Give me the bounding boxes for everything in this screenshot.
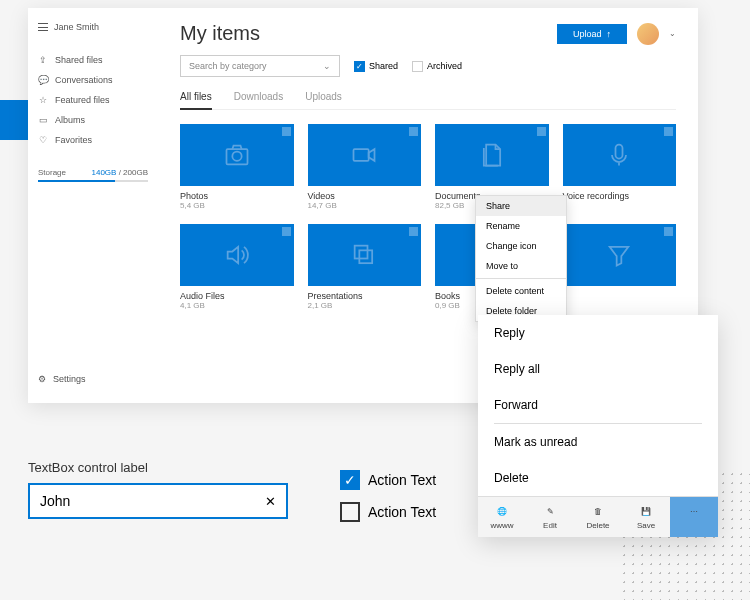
action-checkboxes: ✓Action TextAction Text: [340, 470, 436, 534]
tile-videos[interactable]: Videos14,7 GB: [308, 124, 422, 210]
hamburger-icon[interactable]: [38, 23, 48, 31]
shared-checkbox[interactable]: ✓ Shared: [354, 61, 398, 72]
tab-all-files[interactable]: All files: [180, 91, 212, 110]
toolbar-more-button[interactable]: ⋯: [670, 497, 718, 537]
svg-rect-4: [355, 246, 368, 259]
chevron-down-icon[interactable]: ⌄: [669, 29, 676, 38]
action-checkbox[interactable]: ✓Action Text: [340, 470, 436, 490]
sidebar-item-conversations[interactable]: 💬Conversations: [38, 70, 148, 90]
globe-icon: 🌐: [481, 504, 523, 519]
tile-presentations[interactable]: Presentations2,1 GB: [308, 224, 422, 310]
textbox-input[interactable]: John ✕: [28, 483, 288, 519]
album-icon: ▭: [38, 115, 48, 125]
popup-reply[interactable]: Reply: [478, 315, 718, 351]
chevron-down-icon: ⌄: [323, 61, 331, 71]
storage-used: 140GB: [92, 168, 117, 177]
tab-uploads[interactable]: Uploads: [305, 91, 342, 109]
tile-item[interactable]: [563, 224, 677, 310]
svg-point-1: [232, 152, 241, 161]
checkbox-icon: ✓: [354, 61, 365, 72]
storage-section: Storage 140GB / 200GB: [38, 168, 148, 182]
sidebar-item-shared-files[interactable]: ⇪Shared files: [38, 50, 148, 70]
save-icon: 💾: [625, 504, 667, 519]
popup-delete[interactable]: Delete: [478, 460, 718, 496]
select-corner[interactable]: [537, 127, 546, 136]
select-corner[interactable]: [282, 227, 291, 236]
clear-icon[interactable]: ✕: [265, 494, 276, 509]
trash-icon: 🗑: [577, 504, 619, 519]
popup-forward[interactable]: Forward: [478, 387, 718, 423]
more-icon: ⋯: [673, 504, 715, 519]
avatar[interactable]: [637, 23, 659, 45]
action-popup: ReplyReply allForwardMark as unreadDelet…: [478, 315, 718, 537]
tile-voice-recordings[interactable]: Voice recordings: [563, 124, 677, 210]
file-grid: Photos5,4 GBVideos14,7 GBDocuments82,5 G…: [180, 124, 676, 310]
popup-reply-all[interactable]: Reply all: [478, 351, 718, 387]
ctx-change-icon[interactable]: Change icon: [476, 236, 566, 256]
select-corner[interactable]: [664, 227, 673, 236]
share-icon: ⇪: [38, 55, 48, 65]
tabs: All filesDownloadsUploads: [180, 91, 676, 110]
sidebar: Jane Smith ⇪Shared files💬Conversations☆F…: [28, 8, 158, 403]
svg-rect-5: [360, 250, 373, 263]
page-title: My items: [180, 22, 260, 45]
user-name: Jane Smith: [54, 22, 99, 32]
textbox-label: TextBox control label: [28, 460, 288, 475]
tile-photos[interactable]: Photos5,4 GB: [180, 124, 294, 210]
toolbar-pencil-button[interactable]: ✎Edit: [526, 497, 574, 537]
storage-label: Storage: [38, 168, 66, 177]
user-row[interactable]: Jane Smith: [38, 22, 148, 32]
svg-rect-2: [354, 149, 369, 161]
select-corner[interactable]: [282, 127, 291, 136]
storage-bar: [38, 180, 148, 182]
gear-icon: ⚙: [38, 374, 46, 384]
checkbox-icon: [412, 61, 423, 72]
sidebar-item-albums[interactable]: ▭Albums: [38, 110, 148, 130]
chat-icon: 💬: [38, 75, 48, 85]
textbox-section: TextBox control label John ✕: [28, 460, 288, 519]
ctx-rename[interactable]: Rename: [476, 216, 566, 236]
heart-icon: ♡: [38, 135, 48, 145]
ctx-move-to[interactable]: Move to: [476, 256, 566, 276]
checkbox-icon: [340, 502, 360, 522]
archived-checkbox[interactable]: Archived: [412, 61, 462, 72]
sidebar-item-featured-files[interactable]: ☆Featured files: [38, 90, 148, 110]
toolbar-trash-button[interactable]: 🗑Delete: [574, 497, 622, 537]
select-corner[interactable]: [409, 127, 418, 136]
tab-downloads[interactable]: Downloads: [234, 91, 283, 109]
star-icon: ☆: [38, 95, 48, 105]
header: My items Upload ↑ ⌄: [180, 22, 676, 45]
sidebar-item-favorites[interactable]: ♡Favorites: [38, 130, 148, 150]
checkbox-icon: ✓: [340, 470, 360, 490]
upload-icon: ↑: [607, 29, 612, 39]
select-corner[interactable]: [409, 227, 418, 236]
context-menu: ShareRenameChange iconMove toDelete cont…: [475, 195, 567, 322]
pencil-icon: ✎: [529, 504, 571, 519]
action-checkbox[interactable]: Action Text: [340, 502, 436, 522]
toolbar-save-button[interactable]: 💾Save: [622, 497, 670, 537]
svg-rect-3: [616, 145, 623, 159]
settings-link[interactable]: ⚙ Settings: [38, 369, 148, 389]
ctx-share[interactable]: Share: [476, 196, 566, 216]
ctx-delete-content[interactable]: Delete content: [476, 281, 566, 301]
filters-row: Search by category ⌄ ✓ Shared Archived: [180, 55, 676, 77]
toolbar-globe-button[interactable]: 🌐wwww: [478, 497, 526, 537]
upload-button[interactable]: Upload ↑: [557, 24, 627, 44]
popup-toolbar: 🌐wwww✎Edit🗑Delete💾Save⋯: [478, 496, 718, 537]
select-corner[interactable]: [664, 127, 673, 136]
tile-audio-files[interactable]: Audio Files4,1 GB: [180, 224, 294, 310]
storage-total: 200GB: [123, 168, 148, 177]
popup-mark-as-unread[interactable]: Mark as unread: [478, 424, 718, 460]
category-select[interactable]: Search by category ⌄: [180, 55, 340, 77]
